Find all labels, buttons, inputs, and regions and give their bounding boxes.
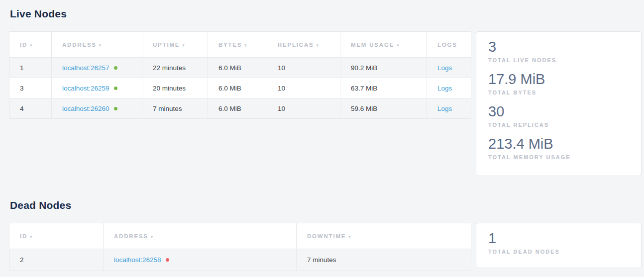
node-id-cell: 4 [9,98,52,119]
column-header-downtime[interactable]: DOWNTIME▾ [297,223,471,249]
stat-value: 30 [488,102,629,120]
node-id-cell: 1 [9,58,52,78]
table-row: 2 localhost:26258 7 minutes [9,249,471,271]
node-live-status-icon [114,87,117,90]
node-logs-link[interactable]: Logs [437,105,452,112]
stat-value: 17.9 MiB [488,70,629,88]
node-uptime-cell: 22 minutes [142,58,208,78]
column-header-label: BYTES [218,42,242,48]
node-mem-usage-cell: 63.7 MiB [340,78,427,98]
column-header-address[interactable]: ADDRESS▾ [104,223,297,249]
live-nodes-title: Live Nodes [10,7,644,21]
table-row: 4 localhost:26260 7 minutes 6.0 MiB 10 5… [9,98,471,119]
column-header-label: REPLICAS [278,42,314,48]
column-header-uptime[interactable]: UPTIME▾ [142,32,208,58]
node-address-link[interactable]: localhost:26260 [62,105,109,112]
dead-nodes-title: Dead Nodes [10,198,644,212]
stat-label: TOTAL BYTES [488,89,629,96]
table-header-row: ID▾ ADDRESS▾ UPTIME▾ BYTES▾ REPLICAS▾ ME… [9,32,471,58]
column-header-address[interactable]: ADDRESS▾ [52,32,142,58]
node-id-cell: 3 [9,78,52,98]
table-header-row: ID▾ ADDRESS▾ DOWNTIME▾ [9,223,471,249]
dead-nodes-table: ID▾ ADDRESS▾ DOWNTIME▾ 2 localhost:26258… [9,223,471,271]
summary-stat-total-dead-nodes: 1 TOTAL DEAD NODES [488,229,629,256]
node-logs-cell: Logs [427,58,471,78]
node-address-link[interactable]: localhost:26257 [62,64,109,72]
stat-value: 3 [488,38,629,56]
sort-arrow-icon: ▾ [30,43,32,48]
live-nodes-summary-card: 3 TOTAL LIVE NODES 17.9 MiB TOTAL BYTES … [476,31,642,176]
node-bytes-cell: 6.0 MiB [208,78,267,98]
sort-arrow-icon: ▾ [99,43,102,48]
node-replicas-cell: 10 [267,78,340,98]
node-logs-link[interactable]: Logs [437,64,452,72]
sort-arrow-icon: ▾ [317,43,319,48]
dead-nodes-section: Dead Nodes ID▾ ADDRESS▾ DOWNTIME▾ 2 l [0,198,644,271]
column-header-id[interactable]: ID▾ [9,223,104,249]
sort-arrow-icon: ▾ [182,43,185,48]
stat-label: TOTAL REPLICAS [488,121,629,129]
column-header-id[interactable]: ID▾ [9,32,52,58]
node-live-status-icon [114,66,117,70]
table-row: 3 localhost:26259 20 minutes 6.0 MiB 10 … [9,78,471,98]
summary-stat-total-memory-usage: 213.4 MiB TOTAL MEMORY USAGE [488,135,629,161]
node-logs-cell: Logs [427,98,471,119]
node-address-link[interactable]: localhost:26258 [114,256,161,264]
node-address-link[interactable]: localhost:26259 [62,85,109,92]
column-header-label: ID [20,233,27,239]
node-address-cell: localhost:26257 [52,58,142,78]
column-header-replicas[interactable]: REPLICAS▾ [267,32,340,58]
column-header-logs: LOGS [427,32,471,58]
column-header-label: ID [20,42,27,48]
column-header-label: ADDRESS [62,42,97,48]
cluster-nodes-page: Live Nodes ID▾ ADDRESS▾ UPTIME▾ BYTES▾ R… [0,0,644,277]
column-header-label: ADDRESS [114,233,148,239]
node-downtime-cell: 7 minutes [297,249,471,271]
dead-nodes-body: ID▾ ADDRESS▾ DOWNTIME▾ 2 localhost:26258… [9,223,644,271]
column-header-label: UPTIME [153,42,180,48]
sort-arrow-icon: ▾ [151,234,153,239]
node-replicas-cell: 10 [267,58,340,78]
node-logs-link[interactable]: Logs [437,85,452,92]
sort-arrow-icon: ▾ [397,43,399,48]
sort-arrow-icon: ▾ [244,43,247,48]
sort-arrow-icon: ▾ [348,234,351,239]
node-address-cell: localhost:26258 [104,249,297,271]
live-nodes-body: ID▾ ADDRESS▾ UPTIME▾ BYTES▾ REPLICAS▾ ME… [9,31,644,176]
node-uptime-cell: 20 minutes [142,78,208,98]
node-replicas-cell: 10 [267,98,340,119]
column-header-label: LOGS [437,42,457,48]
node-bytes-cell: 6.0 MiB [208,58,267,78]
sort-arrow-icon: ▾ [30,234,32,239]
column-header-label: DOWNTIME [307,233,346,239]
node-uptime-cell: 7 minutes [142,98,208,119]
column-header-bytes[interactable]: BYTES▾ [208,32,267,58]
node-dead-status-icon [166,258,169,262]
node-id-cell: 2 [9,249,104,271]
live-nodes-table: ID▾ ADDRESS▾ UPTIME▾ BYTES▾ REPLICAS▾ ME… [9,31,471,119]
node-mem-usage-cell: 59.6 MiB [340,98,427,119]
stat-label: TOTAL DEAD NODES [488,248,629,256]
node-logs-cell: Logs [427,78,471,98]
stat-label: TOTAL LIVE NODES [488,57,629,64]
stat-value: 213.4 MiB [488,135,629,153]
live-nodes-section: Live Nodes ID▾ ADDRESS▾ UPTIME▾ BYTES▾ R… [0,7,644,176]
summary-stat-total-replicas: 30 TOTAL REPLICAS [488,102,629,129]
node-live-status-icon [114,107,117,110]
stat-label: TOTAL MEMORY USAGE [488,154,629,161]
node-address-cell: localhost:26260 [52,98,142,119]
dead-nodes-summary-card: 1 TOTAL DEAD NODES [476,223,642,268]
stat-value: 1 [488,229,629,247]
table-row: 1 localhost:26257 22 minutes 6.0 MiB 10 … [9,58,471,78]
node-mem-usage-cell: 90.2 MiB [340,58,427,78]
summary-stat-total-bytes: 17.9 MiB TOTAL BYTES [488,70,629,96]
node-bytes-cell: 6.0 MiB [208,98,267,119]
column-header-mem-usage[interactable]: MEM USAGE▾ [340,32,427,58]
node-address-cell: localhost:26259 [52,78,142,98]
summary-stat-total-live-nodes: 3 TOTAL LIVE NODES [488,38,629,64]
column-header-label: MEM USAGE [351,42,394,48]
